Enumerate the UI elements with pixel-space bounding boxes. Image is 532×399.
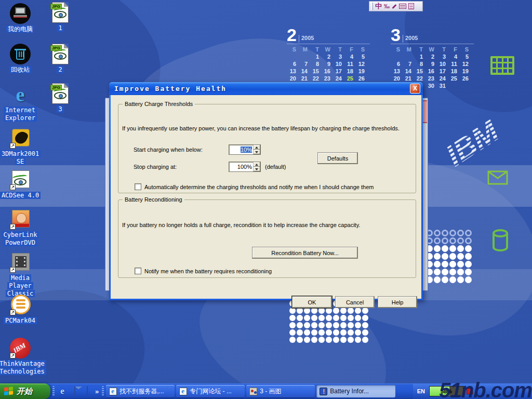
desktop-icon-3dmark2001[interactable]: ↗ 3DMark2001 SE [0,128,43,166]
desktop-icon-jpg-2[interactable]: JPG 2 [38,44,83,74]
taskband-grip[interactable] [102,386,104,396]
desktop-icon-my-computer[interactable]: 我的电脑 [0,3,43,33]
language-indicator[interactable]: EN [413,388,429,394]
desktop-icon-powerdvd[interactable]: ↗ CyberLink PowerDVD [0,209,43,247]
ime-soft-keyboard-icon[interactable] [399,4,406,9]
desktop-icon-thinkvantage[interactable]: IBM↗ ThinkVantage Technologies [0,338,43,376]
start-button[interactable]: 开始 [0,383,50,399]
recondition-battery-button[interactable]: Recondition Battery Now... [252,247,358,259]
internet-explorer-icon: e [10,84,31,105]
calendar-day-cell: 9 [321,60,332,68]
calendar-day-header: F [344,46,355,53]
ime-grip[interactable] [371,3,373,10]
dialog-titlebar[interactable]: Improve Battery Health X [109,82,423,95]
task-button-paint[interactable]: 3 - 画图 [246,385,315,397]
task-button-server-not-found[interactable]: 找不到服务器,... [106,385,175,397]
ime-language-bar[interactable]: 中 ‰ [369,1,423,11]
calendar-day-cell: 6 [287,60,298,68]
stop-charging-value[interactable]: 100% [229,162,253,171]
calendar-day-cell: 7 [298,60,310,68]
calendar-day-cell: 20 [391,75,402,82]
calendar-day-header: S [287,46,298,53]
task-button-label: 3 - 画图 [260,387,281,396]
desktop-icon-pcmark04[interactable]: ↗ PCMark04 [0,295,43,325]
quick-launch-mail-icon[interactable] [70,387,79,396]
ime-pen-icon[interactable] [392,4,396,8]
cancel-button[interactable]: Cancel [335,296,375,308]
task-button-label: Battery Infor... [330,388,369,395]
show-desktop-icon[interactable] [83,387,92,396]
start-charging-value[interactable]: 10% [229,145,253,154]
icon-label: 回收站 [9,66,31,73]
quick-launch-chevron-icon[interactable]: » [95,388,99,395]
calendar-day-cell: 14 [402,68,414,75]
dot-grid-right [426,230,472,283]
calendar-day-header: T [332,46,344,53]
ok-button[interactable]: OK [292,296,332,308]
spin-up-icon[interactable] [254,145,260,150]
calendar-day-header: S [391,46,402,53]
stop-charging-spinbox[interactable]: 100% [229,162,261,172]
start-charging-spinbox[interactable]: 10% [229,144,261,155]
desktop-icon-acdsee[interactable]: ↗ ACDSee 4.0 [0,169,43,200]
calendar-day-cell: 9 [425,60,436,68]
calendar-day-header: W [321,46,332,53]
calendar-day-cell: 5 [355,53,367,60]
calendar-day-cell: 21 [402,75,414,82]
spin-up-icon[interactable] [254,162,260,167]
icon-label: 2 [57,66,63,73]
calendar-day-cell: 25 [448,75,459,82]
desktop-icon-jpg-3[interactable]: JPG 3 [38,83,83,113]
windows-logo-icon [4,387,14,396]
calendar-day-cell [287,53,298,60]
calendar-day-cell: 18 [344,68,355,75]
stop-charging-label: Stop charging at: [134,164,177,170]
svg-text:IBM: IBM [440,113,505,172]
help-button[interactable]: Help [378,296,417,308]
calendar-day-cell: 18 [448,68,459,75]
calendar-day-cell: 15 [414,68,425,75]
ime-chinese-indicator-icon[interactable]: 中 [375,2,382,11]
calendar-day-header: T [414,46,425,53]
quick-launch-toolbar: e » [57,387,100,396]
desktop-icon-jpg-1[interactable]: JPG 1 [38,2,83,32]
notify-reconditioning-label: Notify me when the battery requires reco… [144,268,272,274]
spin-down-icon[interactable] [254,150,260,154]
defaults-button[interactable]: Defaults [317,152,358,164]
ime-menu-icon[interactable] [408,3,414,9]
calendar-year: 2005 [403,35,418,43]
checkbox-icon[interactable] [135,268,141,274]
desktop-icon-recycle-bin[interactable]: 回收站 [0,44,43,74]
database-cylinder-icon [491,229,509,252]
envelope-icon [487,170,508,185]
task-button-forum[interactable]: 专门网论坛 - ... [176,385,245,397]
calendar-day-cell: 17 [436,68,448,75]
watermark: 51nb.com [439,379,532,399]
desktop-icon-internet-explorer[interactable]: e Internet Explorer [0,84,43,122]
quick-launch-ie-icon[interactable]: e [58,387,67,396]
auto-determine-checkbox[interactable]: Automatically determine the charging thr… [135,183,374,190]
desktop-icon-media-player-classic[interactable]: ↗ Media Player Classic [0,252,43,298]
calendar-day-cell: 10 [332,60,344,68]
quick-launch-grip[interactable] [52,386,55,396]
checkbox-icon[interactable] [135,183,141,190]
calendar-day-cell: 1 [310,53,321,60]
grid-deco-icon [490,56,514,75]
icon-label: ThinkVantage Technologies [0,360,46,375]
calendar-day-cell: 3 [332,53,344,60]
close-icon[interactable]: X [410,84,420,94]
paint-icon [249,388,257,395]
task-button-battery-information[interactable]: Battery Infor... [316,385,395,397]
shortcut-arrow-icon: ↗ [10,143,16,149]
shortcut-arrow-icon: ↗ [10,353,16,358]
spin-down-icon[interactable] [254,167,260,171]
calendar-day-header: T [310,46,321,53]
notify-reconditioning-checkbox[interactable]: Notify me when the battery requires reco… [135,268,272,274]
calendar-day-cell: 14 [298,68,310,75]
task-button-label: 找不到服务器,... [119,387,164,396]
icon-label: 1 [57,24,63,32]
calendar-day-cell [391,53,402,60]
calendar-day-cell: 11 [344,60,355,68]
ime-mode-icon[interactable]: ‰ [384,3,390,9]
calendar-day-cell: 10 [436,60,448,68]
